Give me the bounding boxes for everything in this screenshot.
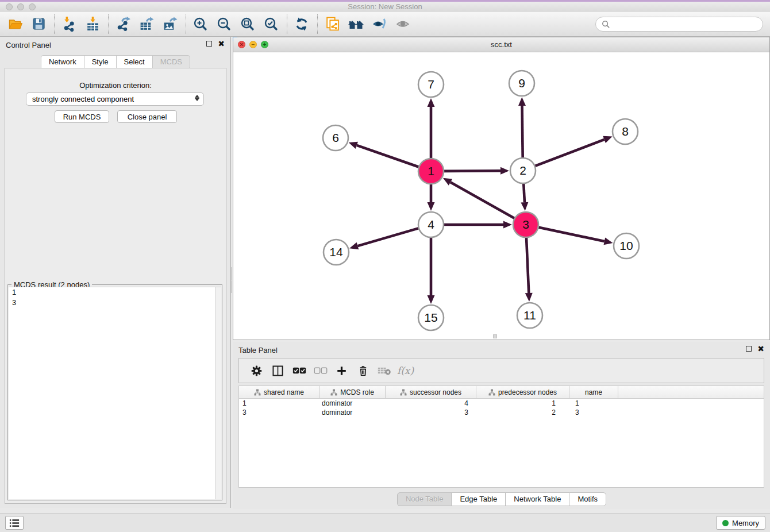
- tab-mcds[interactable]: MCDS: [152, 55, 190, 69]
- horizontal-splitter-grip[interactable]: [493, 334, 497, 338]
- graph-edge-2-3[interactable]: [523, 183, 525, 202]
- select-all-checkboxes-icon: [292, 366, 306, 375]
- task-history-button[interactable]: [5, 516, 24, 530]
- graph-edge-3-1[interactable]: [451, 182, 515, 218]
- edge-arrowhead: [503, 221, 512, 229]
- tab-network[interactable]: Network: [41, 55, 84, 69]
- table-cell[interactable]: 4: [386, 399, 476, 408]
- tab-node-table[interactable]: Node Table: [397, 492, 452, 506]
- show-all-button[interactable]: [394, 14, 412, 34]
- graph-edge-4-14[interactable]: [357, 228, 418, 246]
- close-panel-icon[interactable]: ✖: [757, 346, 764, 352]
- tab-motifs[interactable]: Motifs: [569, 492, 606, 506]
- column-header-name[interactable]: name: [569, 386, 618, 398]
- delete-column-button[interactable]: [352, 361, 374, 380]
- save-session-button[interactable]: [29, 14, 48, 34]
- trash-icon: [357, 365, 369, 377]
- close-panel-button[interactable]: Close panel: [117, 110, 177, 123]
- run-mcds-button[interactable]: Run MCDS: [55, 110, 109, 123]
- function-builder-button[interactable]: f(x): [395, 361, 416, 380]
- duplicate-network-button[interactable]: [323, 14, 341, 34]
- show-eye-icon: [395, 17, 411, 32]
- tab-style[interactable]: Style: [84, 55, 117, 69]
- graph-edge-3-10[interactable]: [538, 228, 605, 241]
- result-item[interactable]: 3: [9, 298, 221, 308]
- tab-select[interactable]: Select: [116, 55, 153, 69]
- close-panel-icon[interactable]: ✖: [218, 41, 225, 47]
- window-titlebar: Session: New Session: [0, 0, 770, 11]
- refresh-icon: [294, 17, 309, 32]
- graph-edge-3-11[interactable]: [526, 237, 529, 293]
- table-cell[interactable]: 1: [569, 399, 618, 408]
- graph-edge-2-9[interactable]: [522, 106, 523, 158]
- table-cell[interactable]: 3: [569, 408, 618, 417]
- table-header-row: shared nameMCDS rolesuccessor nodesprede…: [239, 386, 764, 399]
- delete-table-button[interactable]: [374, 361, 395, 380]
- table-cell[interactable]: 3: [239, 408, 319, 417]
- column-header-successor-nodes[interactable]: successor nodes: [386, 386, 476, 398]
- select-arrows-icon: [195, 95, 199, 101]
- table-cell[interactable]: dominator: [319, 399, 386, 408]
- import-table-button[interactable]: [83, 14, 102, 34]
- table-cell[interactable]: 1: [476, 399, 569, 408]
- refresh-button[interactable]: [292, 14, 311, 34]
- mcds-result-list[interactable]: 13: [9, 287, 221, 499]
- add-column-button[interactable]: [331, 361, 352, 380]
- deselect-all-columns-button[interactable]: [310, 361, 331, 380]
- show-column-button[interactable]: [267, 361, 288, 380]
- zoom-in-button[interactable]: [191, 14, 210, 34]
- edge-arrowhead: [603, 238, 613, 245]
- open-session-button[interactable]: [6, 14, 24, 34]
- table-cell[interactable]: 1: [239, 399, 319, 408]
- table-cell[interactable]: 2: [476, 408, 569, 417]
- zoom-in-icon: [193, 17, 208, 32]
- zoom-out-button[interactable]: [215, 14, 233, 34]
- result-item[interactable]: 1: [9, 287, 221, 298]
- node-label: 15: [424, 311, 437, 324]
- edge-arrowhead: [349, 142, 358, 149]
- table-cell[interactable]: dominator: [319, 408, 386, 417]
- optimization-criterion-select[interactable]: strongly connected component: [26, 92, 204, 106]
- edge-arrowhead: [428, 98, 435, 107]
- graph-edge-1-2[interactable]: [444, 171, 500, 171]
- table-row[interactable]: 3dominator323: [239, 408, 764, 417]
- status-bar: Memory: [0, 513, 770, 532]
- zoom-fit-button[interactable]: [238, 14, 257, 34]
- mcds-panel: Optimization criterion: strongly connect…: [5, 68, 226, 504]
- float-panel-icon[interactable]: [746, 346, 752, 352]
- toolbar-separator: [186, 14, 186, 34]
- table-row[interactable]: 1dominator411: [239, 399, 764, 408]
- column-header-predecessor-nodes[interactable]: predecessor nodes: [476, 386, 569, 398]
- zoom-fit-icon: [240, 17, 255, 32]
- graph-edge-2-8[interactable]: [535, 140, 605, 166]
- network-canvas[interactable]: 7968124314101511: [233, 52, 769, 340]
- main-toolbar: [0, 11, 770, 37]
- export-table-icon: [138, 16, 155, 32]
- result-scrollbar[interactable]: [215, 287, 221, 499]
- export-network-button[interactable]: [114, 14, 132, 34]
- table-settings-button[interactable]: [246, 361, 267, 380]
- export-table-button[interactable]: [137, 14, 156, 34]
- select-all-columns-button[interactable]: [288, 361, 310, 380]
- first-neighbors-button[interactable]: [346, 14, 365, 34]
- zoom-selected-button[interactable]: [262, 14, 280, 34]
- export-network-icon: [116, 16, 131, 32]
- hide-selected-button[interactable]: [370, 14, 388, 34]
- node-label: 14: [329, 245, 343, 259]
- column-header-shared-name[interactable]: shared name: [239, 386, 319, 398]
- edge-arrowhead: [428, 202, 435, 211]
- export-image-button[interactable]: [161, 14, 179, 34]
- node-label: 7: [428, 78, 434, 91]
- table-cell[interactable]: 3: [386, 408, 476, 417]
- tab-edge-table[interactable]: Edge Table: [451, 492, 506, 506]
- search-input[interactable]: [614, 20, 757, 29]
- import-network-button[interactable]: [60, 14, 78, 34]
- float-panel-icon[interactable]: [206, 41, 212, 47]
- selected-option: strongly connected component: [32, 95, 134, 103]
- tab-network-table[interactable]: Network Table: [505, 492, 569, 506]
- column-header-MCDS-role[interactable]: MCDS role: [319, 386, 386, 398]
- memory-button[interactable]: Memory: [716, 516, 765, 530]
- edge-arrowhead: [603, 136, 612, 143]
- graph-edge-1-6[interactable]: [357, 145, 419, 167]
- plus-icon: [336, 365, 348, 377]
